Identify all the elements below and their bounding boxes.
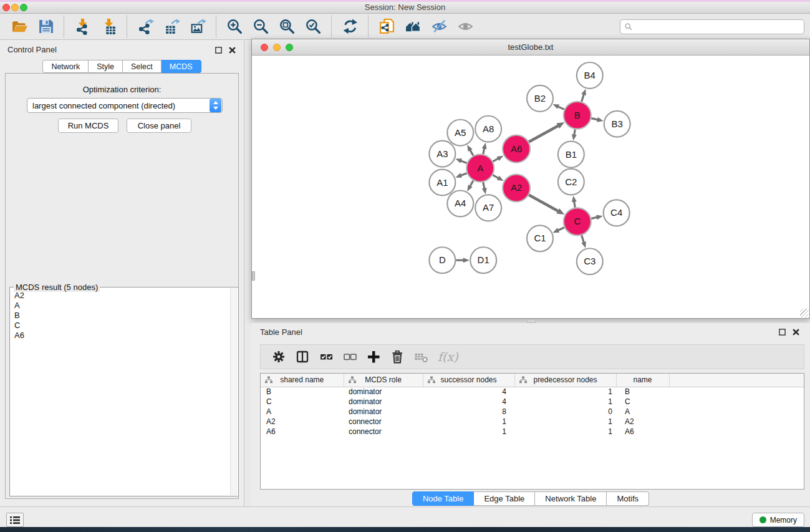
node-A2[interactable]: A2 [503,175,530,202]
float-panel-icon[interactable] [215,46,223,57]
node-D1[interactable]: D1 [470,247,496,273]
zoom-selected-icon[interactable] [303,17,323,37]
node-A5[interactable]: A5 [447,120,473,146]
resize-grip-icon[interactable] [800,309,809,317]
network-minimize-button[interactable] [273,44,281,51]
edge-C-C1[interactable] [552,228,564,233]
node-A3[interactable]: A3 [429,141,455,167]
table-row[interactable]: Bdominator41B [261,387,804,397]
zoom-out-icon[interactable] [251,17,271,37]
export-network-icon[interactable] [135,17,155,37]
zoom-in-icon[interactable] [224,17,244,37]
node-C1[interactable]: C1 [527,225,553,251]
tab-style[interactable]: Style [89,60,123,73]
side-splitter-handle[interactable] [252,271,255,281]
run-mcds-button[interactable]: Run MCDS [58,118,118,133]
edge-C-C2[interactable] [572,196,577,208]
node-C[interactable]: C [564,208,591,235]
node-B2[interactable]: B2 [527,85,553,112]
refresh-icon[interactable] [340,17,360,37]
edge-A-A6[interactable] [493,156,503,162]
search-input[interactable] [633,22,804,31]
node-B1[interactable]: B1 [558,142,584,168]
close-table-panel-icon[interactable] [792,327,800,339]
edge-A-A5[interactable] [467,145,473,155]
add-column-icon[interactable] [364,347,383,366]
node-B4[interactable]: B4 [577,62,603,89]
mcds-result-item[interactable]: A2 [14,291,226,301]
edge-A-A8[interactable] [482,143,487,154]
close-panel-button[interactable]: Close panel [127,118,191,133]
edge-A-A3[interactable] [455,158,466,163]
table-settings-icon[interactable] [269,347,288,366]
node-C2[interactable]: C2 [558,169,584,195]
node-A4[interactable]: A4 [447,190,473,216]
edge-A-A4[interactable] [467,181,473,191]
result-scrollbar[interactable] [230,288,238,495]
open-file-icon[interactable] [9,17,29,37]
edge-B-B3[interactable] [591,117,603,122]
export-image-icon[interactable] [188,17,208,37]
mcds-result-list[interactable]: A2ABCA6 [11,288,230,495]
delete-column-icon[interactable] [388,347,407,366]
maximize-window-button[interactable] [20,4,27,11]
network-maximize-button[interactable] [286,44,293,51]
edge-A2-C[interactable] [529,195,564,215]
tab-network-table[interactable]: Network Table [535,491,607,506]
tab-select[interactable]: Select [123,60,162,73]
column-header-shared-name[interactable]: shared name [261,374,344,387]
column-header-predecessor-nodes[interactable]: predecessor nodes [514,374,616,387]
table-row[interactable]: A6connector11A6 [261,427,804,437]
node-C4[interactable]: C4 [604,200,630,226]
mcds-result-item[interactable]: C [14,321,226,331]
criterion-select[interactable]: largest connected component (directed) [27,98,223,113]
node-C3[interactable]: C3 [577,248,603,274]
mcds-result-item[interactable]: B [14,311,226,321]
node-A[interactable]: A [466,155,494,182]
mcds-result-item[interactable]: A6 [14,331,226,341]
node-A6[interactable]: A6 [503,135,530,163]
save-session-icon[interactable] [36,17,55,37]
edge-A-A2[interactable] [493,175,503,181]
tab-network[interactable]: Network [42,60,89,73]
node-A7[interactable]: A7 [475,195,501,221]
network-graph[interactable]: B4B2BB3A8A5A6A3B1AA1C2A2A4A7C4CC1C3DD1 [252,56,809,318]
node-D[interactable]: D [429,247,455,273]
mcds-result-item[interactable]: A [14,301,226,311]
node-B3[interactable]: B3 [604,111,630,137]
column-header-name[interactable]: name [616,374,669,387]
hide-graphics-details-icon[interactable] [429,17,449,37]
import-table-icon[interactable] [99,17,118,37]
close-panel-icon[interactable] [228,46,236,57]
zoom-fit-icon[interactable] [277,17,297,37]
split-table-view-icon[interactable] [293,347,312,366]
memory-button[interactable]: Memory [752,513,804,527]
edge-B-B2[interactable] [552,104,564,109]
close-window-button[interactable] [2,4,10,11]
table-row[interactable]: A2connector11A2 [261,417,804,427]
column-header-successor-nodes[interactable]: successor nodes [423,374,514,387]
import-network-icon[interactable] [72,17,92,37]
minimize-window-button[interactable] [11,4,19,11]
task-history-button[interactable] [6,513,24,527]
node-A1[interactable]: A1 [429,170,455,196]
network-window-titlebar[interactable]: testGlobe.txt [252,39,809,56]
edge-A-A7[interactable] [482,182,487,194]
network-close-button[interactable] [261,44,268,51]
float-table-panel-icon[interactable] [778,327,786,339]
edge-B-B4[interactable] [581,89,586,101]
edge-C-C4[interactable] [591,215,602,220]
edge-A-A1[interactable] [455,173,466,177]
node-B[interactable]: B [564,102,591,129]
edge-C-C3[interactable] [581,235,586,248]
column-header-mcds-role[interactable]: MCDS role [344,374,423,387]
tab-node-table[interactable]: Node Table [412,491,475,506]
export-table-icon[interactable] [162,17,181,37]
show-graphics-details-icon[interactable] [455,17,475,37]
deselect-all-rows-icon[interactable] [340,347,359,366]
network-overview-icon[interactable] [403,17,423,37]
select-all-rows-icon[interactable] [317,347,335,366]
node-A8[interactable]: A8 [475,116,501,142]
edge-B-B1[interactable] [572,129,577,140]
new-network-from-selection-icon[interactable] [377,17,397,37]
